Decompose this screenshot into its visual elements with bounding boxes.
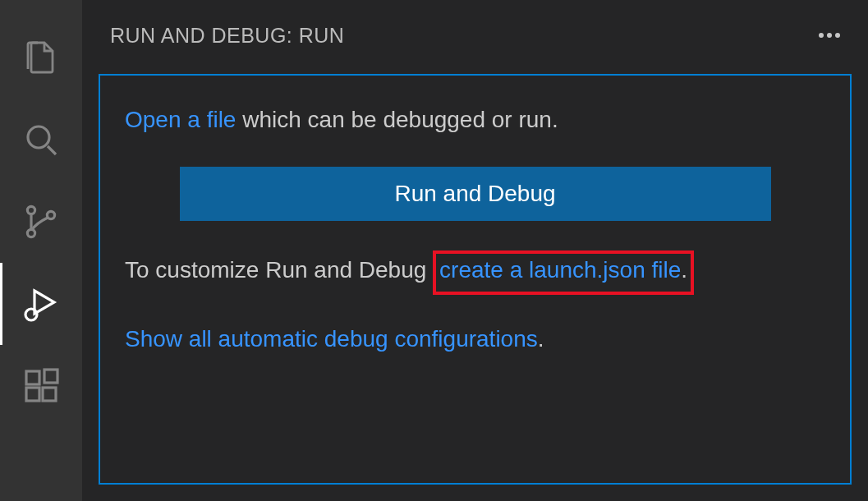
show-all-suffix: . — [538, 326, 544, 352]
app-root: RUN AND DEBUG: RUN Open a file which can… — [0, 0, 868, 501]
panel-content: Open a file which can be debugged or run… — [99, 74, 852, 485]
create-launch-json-link[interactable]: create a launch.json file — [439, 257, 681, 283]
svg-line-10 — [27, 319, 28, 319]
svg-rect-14 — [44, 370, 57, 383]
activity-source-control[interactable] — [0, 181, 82, 263]
activity-explorer[interactable] — [0, 16, 82, 99]
activity-search[interactable] — [0, 99, 82, 181]
customize-suffix: . — [681, 257, 687, 283]
svg-point-2 — [27, 206, 34, 214]
svg-line-9 — [34, 319, 35, 319]
svg-point-3 — [27, 229, 34, 237]
files-icon — [21, 38, 61, 77]
run-debug-icon — [21, 284, 61, 324]
customize-prefix: To customize Run and Debug — [125, 257, 433, 283]
ellipsis-icon — [819, 33, 824, 38]
svg-point-0 — [28, 126, 49, 148]
svg-rect-11 — [26, 371, 39, 384]
extensions-icon — [21, 366, 61, 406]
svg-line-8 — [27, 310, 28, 310]
svg-point-4 — [47, 211, 54, 218]
more-actions-button[interactable] — [819, 33, 840, 38]
svg-line-1 — [48, 146, 56, 154]
activity-bar — [0, 0, 82, 501]
svg-rect-12 — [26, 388, 39, 401]
panel-title: RUN AND DEBUG: RUN — [110, 24, 344, 48]
source-control-icon — [21, 202, 61, 241]
panel-header: RUN AND DEBUG: RUN — [82, 0, 868, 71]
open-file-paragraph: Open a file which can be debugged or run… — [125, 103, 825, 137]
open-file-link[interactable]: Open a file — [125, 107, 236, 132]
show-all-paragraph: Show all automatic debug configurations. — [125, 323, 825, 356]
customize-paragraph: To customize Run and Debug create a laun… — [125, 250, 825, 296]
run-and-debug-button[interactable]: Run and Debug — [180, 167, 771, 221]
activity-extensions[interactable] — [0, 345, 82, 427]
search-icon — [21, 120, 61, 159]
show-all-configs-link[interactable]: Show all automatic debug configurations — [125, 326, 538, 352]
activity-run-debug[interactable] — [0, 263, 82, 345]
create-launch-highlight: create a launch.json file. — [433, 250, 694, 296]
open-file-text: which can be debugged or run. — [236, 107, 558, 132]
svg-rect-13 — [43, 388, 56, 401]
run-debug-panel: RUN AND DEBUG: RUN Open a file which can… — [82, 0, 868, 501]
